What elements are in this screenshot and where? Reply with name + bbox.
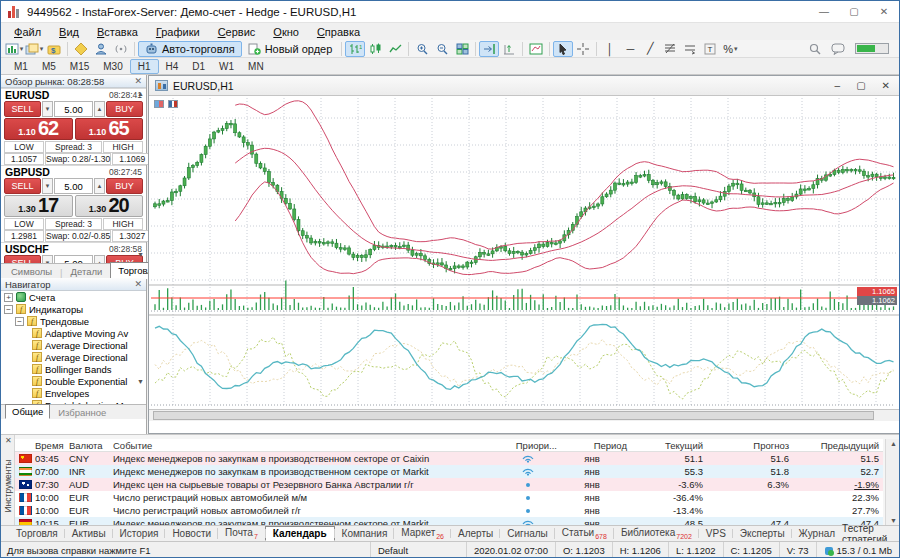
calendar-row[interactable]: 10:00 EUR Число регистраций новых автомо… xyxy=(15,491,883,504)
crosshair-icon[interactable] xyxy=(573,41,593,57)
lot-down-icon[interactable]: ▼ xyxy=(42,255,53,263)
calendar-header-row[interactable]: Время Валюта Событие Приори... Период Те… xyxy=(15,439,883,452)
tab-mail[interactable]: Почта7 xyxy=(218,526,265,541)
minimize-button[interactable]: — xyxy=(809,1,839,22)
tf-w1[interactable]: W1 xyxy=(212,60,241,73)
calendar-scrollbar[interactable]: ▲ ▼ xyxy=(885,439,899,525)
buy-button[interactable]: BUY xyxy=(106,178,143,194)
tree-item-indicator[interactable]: fAverage Directional xyxy=(1,351,146,363)
tf-mn[interactable]: MN xyxy=(241,60,271,73)
profiles-icon[interactable]: ▾ xyxy=(24,41,44,57)
zoom-out-icon[interactable] xyxy=(432,41,452,57)
lot-up-icon[interactable]: ▲ xyxy=(94,255,105,263)
menu-insert[interactable]: Вставка xyxy=(88,25,147,39)
tree-item-indicator[interactable]: fEnvelopes xyxy=(1,387,146,399)
tree-item-accounts[interactable]: +Счета xyxy=(1,291,146,303)
tab-details[interactable]: Детали xyxy=(67,265,107,278)
channel-icon[interactable] xyxy=(680,41,700,57)
tf-m5[interactable]: M5 xyxy=(35,60,63,73)
tab-company[interactable]: Компания xyxy=(335,527,395,540)
toolbox-close-icon[interactable]: ✕ xyxy=(5,436,12,445)
chart-minimize-icon[interactable]: – xyxy=(835,80,841,91)
tab-codebase[interactable]: Библиотека7202 xyxy=(614,526,699,541)
market-watch-icon[interactable] xyxy=(71,41,91,57)
menu-charts[interactable]: Графики xyxy=(147,25,209,39)
tab-history[interactable]: История xyxy=(113,527,166,540)
buy-button[interactable]: BUY xyxy=(106,101,143,117)
tf-m15[interactable]: M15 xyxy=(63,60,96,73)
tf-m30[interactable]: M30 xyxy=(96,60,129,73)
tab-articles[interactable]: Статьи678 xyxy=(555,526,614,541)
menu-file[interactable]: Файл xyxy=(5,25,50,39)
tree-item-indicator[interactable]: fBollinger Bands xyxy=(1,363,146,375)
tab-experts[interactable]: Эксперты xyxy=(733,527,792,540)
profile-selector[interactable]: Default xyxy=(370,542,466,558)
text-tool-icon[interactable]: T xyxy=(700,41,720,57)
tree-item-indicators[interactable]: −fИндикаторы xyxy=(1,303,146,315)
tf-h4[interactable]: H4 xyxy=(159,60,186,73)
scroll-down-icon[interactable]: ▼ xyxy=(137,378,144,385)
market-watch-close-icon[interactable]: ✕ xyxy=(134,76,142,86)
menu-window[interactable]: Окно xyxy=(264,25,308,39)
calendar-row[interactable]: 07:00 INR Индекс менеджеров по закупкам … xyxy=(15,465,883,478)
lot-down-icon[interactable]: ▼ xyxy=(42,178,53,194)
autotrade-button[interactable]: Авто-торговля xyxy=(138,41,242,57)
lot-input[interactable]: 5.00 xyxy=(54,178,93,194)
calendar-row[interactable]: 07:30 AUD Индекс цен на сырьевые товары … xyxy=(15,478,883,491)
tab-market[interactable]: Маркет26 xyxy=(394,526,451,541)
broadcast-icon[interactable] xyxy=(111,41,131,57)
tab-vps[interactable]: VPS xyxy=(699,527,733,540)
tf-d1[interactable]: D1 xyxy=(185,60,212,73)
menu-tools[interactable]: Сервис xyxy=(209,25,265,39)
tab-favorites[interactable]: Избранное xyxy=(52,406,112,419)
horizontal-line-icon[interactable]: ─ xyxy=(620,41,640,57)
indicators-icon[interactable] xyxy=(526,41,546,57)
tab-alerts[interactable]: Алерты xyxy=(451,527,500,540)
fibonacci-icon[interactable] xyxy=(660,41,680,57)
menu-help[interactable]: Справка xyxy=(308,25,369,39)
shift-end-icon[interactable] xyxy=(479,41,499,57)
scroll-up-icon[interactable]: ▲ xyxy=(137,90,144,97)
chart-hscrollbar[interactable] xyxy=(149,409,900,421)
tab-news[interactable]: Новости xyxy=(165,527,218,540)
tab-journal[interactable]: Журнал xyxy=(792,527,843,540)
tf-h1[interactable]: H1 xyxy=(130,59,159,74)
close-button[interactable]: ✕ xyxy=(869,1,899,22)
calendar-row[interactable]: 03:45 CNY Индекс менеджеров по закупкам … xyxy=(15,452,883,465)
tile-windows-icon[interactable] xyxy=(452,41,472,57)
arrows-tool-icon[interactable]: %▾ xyxy=(720,41,740,57)
lot-input[interactable]: 5.00 xyxy=(54,255,93,263)
lot-up-icon[interactable]: ▲ xyxy=(94,178,105,194)
bid-price-panel[interactable]: 1.3017 xyxy=(4,195,73,217)
tab-calendar[interactable]: Календарь xyxy=(265,526,335,541)
line-mode-icon[interactable] xyxy=(385,41,405,57)
zoom-in-icon[interactable] xyxy=(412,41,432,57)
open-account-icon[interactable]: $ xyxy=(44,41,64,57)
tab-signals[interactable]: Сигналы xyxy=(500,527,555,540)
tab-assets[interactable]: Активы xyxy=(65,527,113,540)
lot-input[interactable]: 5.00 xyxy=(54,101,93,117)
ask-price-panel[interactable]: 1.1065 xyxy=(75,118,144,140)
trendline-icon[interactable]: ╱ xyxy=(640,41,660,57)
sell-button[interactable]: SELL xyxy=(4,178,41,194)
bars-mode-icon[interactable]: 1 xyxy=(345,41,365,57)
chart-close-icon[interactable]: ✕ xyxy=(882,80,890,91)
contacts-icon[interactable] xyxy=(91,41,111,57)
depth-of-market-icon[interactable] xyxy=(168,100,178,108)
menu-view[interactable]: Вид xyxy=(50,25,88,39)
lot-down-icon[interactable]: ▼ xyxy=(42,101,53,117)
chart-title-bar[interactable]: EURUSD,H1 – ▢ ✕ xyxy=(149,76,900,96)
tree-item-trend[interactable]: −fТрендовые xyxy=(1,315,146,327)
calendar-row[interactable]: 10:00 EUR Число регистраций новых автомо… xyxy=(15,504,883,517)
ask-price-panel[interactable]: 1.3020 xyxy=(75,195,144,217)
sell-button[interactable]: SELL xyxy=(4,255,41,263)
new-order-button[interactable]: Новый ордер xyxy=(242,41,339,57)
lot-up-icon[interactable]: ▲ xyxy=(94,101,105,117)
maximize-button[interactable]: ▢ xyxy=(839,1,869,22)
candles-mode-icon[interactable] xyxy=(365,41,385,57)
scroll-down-icon[interactable]: ▼ xyxy=(137,251,144,258)
calendar-row[interactable]: 10:15 EUR Индекс менеджеров по закупкам … xyxy=(15,517,883,525)
chart-area[interactable]: 1.1065 1.1062 xyxy=(149,96,900,421)
sell-button[interactable]: SELL xyxy=(4,101,41,117)
chart-shift-icon[interactable] xyxy=(499,41,519,57)
